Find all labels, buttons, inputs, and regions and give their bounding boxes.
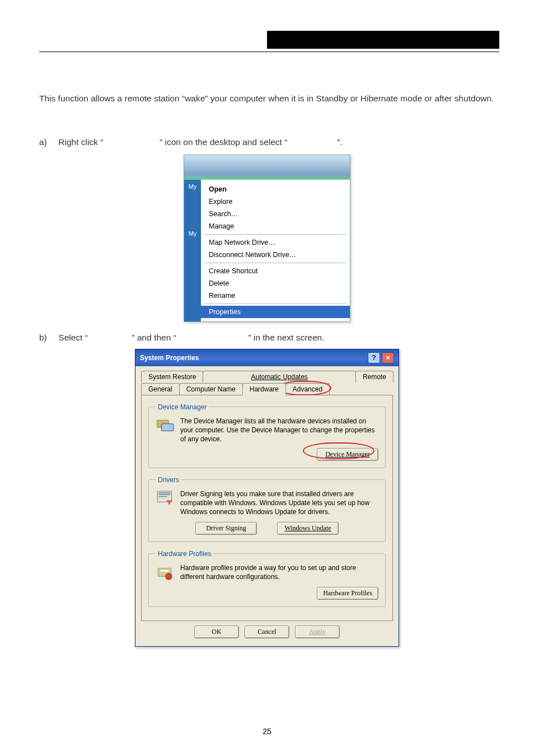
tab-advanced[interactable]: Advanced xyxy=(285,383,330,395)
tab-automatic-updates[interactable]: Automatic Updates xyxy=(203,371,356,382)
legend-device-manager: Device Manager xyxy=(156,403,209,411)
step-a-t3: ”. xyxy=(337,137,342,147)
cancel-button[interactable]: Cancel xyxy=(245,626,289,638)
legend-hardware-profiles: Hardware Profiles xyxy=(156,550,213,558)
step-b-t1: Select “ xyxy=(58,333,88,342)
ctx-item-create-shortcut[interactable]: Create Shortcut xyxy=(201,265,350,277)
ctx-item-delete[interactable]: Delete xyxy=(201,277,350,290)
help-icon[interactable]: ? xyxy=(368,352,380,363)
tab-strip: System Restore Automatic Updates Remote … xyxy=(141,371,393,621)
svg-rect-1 xyxy=(162,423,174,431)
hardware-profiles-text: Hardware profiles provide a way for you … xyxy=(180,563,378,581)
step-a-t2: ” icon on the desktop and select “ xyxy=(160,137,287,147)
ctx-separator-3 xyxy=(204,304,346,304)
svg-rect-4 xyxy=(161,570,169,571)
context-menu-screenshot: My My Open Explore Search… Manage Map Ne… xyxy=(184,155,350,322)
page-number: 25 xyxy=(0,727,534,736)
ctx-item-map-drive[interactable]: Map Network Drive… xyxy=(201,236,350,249)
ctx-item-search[interactable]: Search… xyxy=(201,208,350,220)
desktop-thumb xyxy=(184,155,350,180)
hardware-tab-panel: Device Manager The Device Manager lists … xyxy=(141,395,393,621)
step-a-t1: Right click “ xyxy=(58,137,103,147)
step-b-t2: ” and then “ xyxy=(132,333,176,342)
step-b-t3: ” in the next screen. xyxy=(248,333,324,342)
driver-signing-button[interactable]: Driver Signing xyxy=(195,522,257,535)
drivers-icon xyxy=(156,489,175,508)
context-menu-items: Open Explore Search… Manage Map Network … xyxy=(201,180,350,321)
ctx-left-my-2: My xyxy=(184,230,201,237)
dialog-button-row: OK Cancel Apply xyxy=(141,626,393,638)
tab-general[interactable]: General xyxy=(141,383,180,395)
group-hardware-profiles: Hardware Profiles Hardware profiles prov… xyxy=(148,550,386,607)
intro-paragraph: This function allows a remote station “w… xyxy=(39,91,495,106)
header-black-box xyxy=(267,31,499,49)
context-menu-left-strip: My My xyxy=(184,180,201,321)
dialog-title-text: System Properties xyxy=(140,354,199,362)
device-manager-icon xyxy=(156,417,175,436)
ctx-item-rename[interactable]: Rename xyxy=(201,290,350,302)
ctx-item-manage[interactable]: Manage xyxy=(201,220,350,232)
ctx-item-disconnect-drive[interactable]: Disconnect Network Drive… xyxy=(201,249,350,261)
step-b: b) Select “ ” and then “ ” in the next s… xyxy=(39,330,495,346)
device-manager-text: The Device Manager lists all the hardwar… xyxy=(180,417,378,444)
ctx-separator-2 xyxy=(204,263,346,263)
dialog-titlebar[interactable]: System Properties ? × xyxy=(135,349,399,366)
hardware-profiles-icon xyxy=(156,563,175,582)
step-a-letter: a) xyxy=(39,134,56,150)
header-rule xyxy=(39,52,499,52)
drivers-text: Driver Signing lets you make sure that i… xyxy=(180,489,378,516)
step-a: a) Right click “ ” icon on the desktop a… xyxy=(39,134,495,150)
ctx-item-open[interactable]: Open xyxy=(201,183,350,195)
tab-system-restore[interactable]: System Restore xyxy=(141,371,203,382)
close-icon[interactable]: × xyxy=(382,352,394,363)
system-properties-dialog: System Properties ? × System Restore Aut… xyxy=(135,349,399,647)
ctx-item-properties[interactable]: Properties xyxy=(201,306,350,318)
tab-remote[interactable]: Remote xyxy=(355,371,394,382)
ctx-left-my-1: My xyxy=(184,183,201,190)
hardware-profiles-button[interactable]: Hardware Profiles xyxy=(317,587,378,600)
ctx-item-explore[interactable]: Explore xyxy=(201,195,350,208)
ctx-separator-1 xyxy=(204,234,346,235)
group-drivers: Drivers Driver Signing lets you make sur… xyxy=(148,476,386,542)
svg-point-5 xyxy=(165,573,172,580)
group-device-manager: Device Manager The Device Manager lists … xyxy=(148,403,386,468)
windows-update-button[interactable]: Windows Update xyxy=(277,522,339,535)
tab-hardware[interactable]: Hardware xyxy=(242,383,286,395)
step-b-letter: b) xyxy=(39,330,56,346)
ok-button[interactable]: OK xyxy=(194,626,239,638)
apply-button[interactable]: Apply xyxy=(295,626,340,638)
legend-drivers: Drivers xyxy=(156,476,181,484)
tab-computer-name[interactable]: Computer Name xyxy=(179,383,243,395)
device-manager-button[interactable]: Device Manager xyxy=(317,448,378,461)
